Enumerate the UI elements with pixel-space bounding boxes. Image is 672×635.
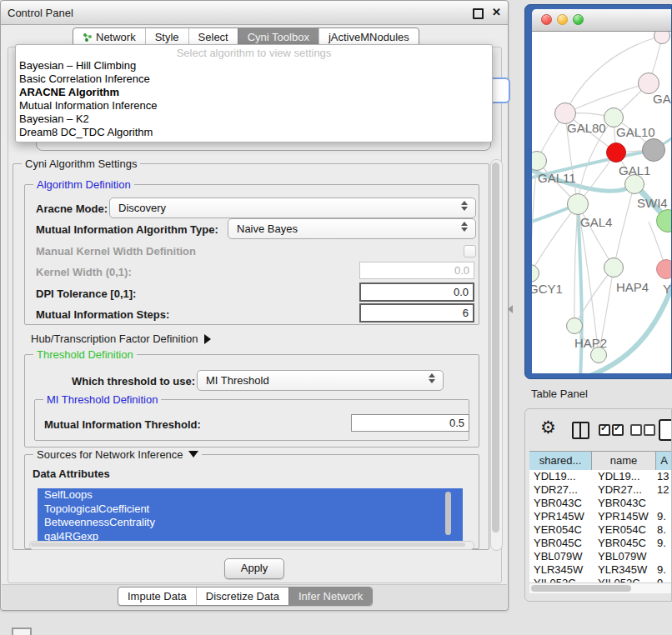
checked-checkbox-icon[interactable]: ✓ xyxy=(612,424,624,436)
apply-button[interactable]: Apply xyxy=(224,558,284,579)
which-threshold-combo[interactable]: MI Threshold xyxy=(197,370,444,391)
network-node[interactable] xyxy=(642,138,665,162)
node-label: HAP4 xyxy=(616,280,649,294)
unchecked-checkbox-icon[interactable] xyxy=(630,424,642,436)
table-cell: YBR043C xyxy=(529,497,592,510)
combo-arrows-icon xyxy=(461,222,468,232)
tab-discretize-data[interactable]: Discretize Data xyxy=(196,588,288,605)
tab-infer-network[interactable]: Infer Network xyxy=(288,588,372,605)
table-cell: YDL19... xyxy=(592,470,656,483)
network-node[interactable] xyxy=(656,259,671,279)
page-icon[interactable] xyxy=(659,419,672,441)
network-node[interactable] xyxy=(606,142,626,162)
network-window-titlebar[interactable] xyxy=(532,9,671,32)
close-window-icon[interactable]: ✕ xyxy=(492,6,501,18)
unchecked-checkbox-icon[interactable] xyxy=(644,424,655,436)
table-cell: YDL19... xyxy=(529,470,592,483)
table-cell: 13 xyxy=(656,470,672,483)
dropdown-option[interactable]: Dream8 DC_TDC Algorithm xyxy=(16,126,492,139)
dpi-tolerance-label: DPI Tolerance [0,1]: xyxy=(36,288,136,300)
aracne-mode-value: Discovery xyxy=(118,202,166,214)
data-attributes-list: SelfLoopsTopologicalCoefficientBetweenne… xyxy=(38,488,463,543)
column-header-3[interactable]: A xyxy=(656,452,672,471)
aracne-mode-combo[interactable]: Discovery xyxy=(109,198,476,218)
node-label: GAL xyxy=(653,92,671,106)
dropdown-option[interactable]: Bayesian – K2 xyxy=(16,112,492,126)
table-row[interactable]: YPR145WYPR145W9. xyxy=(529,510,672,523)
column-header-2[interactable]: name xyxy=(592,452,656,471)
dropdown-option[interactable]: Bayesian – Hill Climbing xyxy=(16,59,492,72)
tab-network[interactable]: Network xyxy=(73,28,145,46)
close-traffic-light-icon[interactable] xyxy=(541,14,552,25)
table-row[interactable]: YDR27...YDR27...12 xyxy=(529,483,672,497)
node-label: GAL10 xyxy=(616,125,655,139)
node-label: GAL11 xyxy=(538,171,576,185)
table-cell: YLR345W xyxy=(592,563,656,577)
network-node[interactable] xyxy=(567,193,589,215)
minimized-panel-icon[interactable] xyxy=(12,628,32,635)
tab-style[interactable]: Style xyxy=(145,28,188,46)
table-row[interactable]: YBR043CYBR043C xyxy=(529,497,672,510)
node-label: HAP2 xyxy=(574,336,607,350)
kernel-width-field[interactable]: 0.0 xyxy=(359,262,474,279)
attr-list-hscrollbar[interactable] xyxy=(29,541,474,550)
dropdown-option[interactable]: ARACNE Algorithm xyxy=(16,86,492,99)
hub-definition-label: Hub/Transcription Factor Definition xyxy=(31,332,198,345)
zoom-traffic-light-icon[interactable] xyxy=(573,14,584,25)
attr-list-hscrollbar-thumb[interactable] xyxy=(31,542,465,547)
kernel-width-label: Kernel Width (0,1): xyxy=(36,266,132,278)
mi-threshold-definition-title: MI Threshold Definition xyxy=(43,393,161,406)
tab-jactivemnodules[interactable]: jActiveMNodules xyxy=(318,28,419,46)
mi-threshold-field[interactable]: 0.5 xyxy=(351,414,469,432)
table-row[interactable]: YER054CYER054C8. xyxy=(529,523,672,537)
network-canvas[interactable]: GALGAL80GAL10GAL1GAL11SWI4GAL4GCY1HAP4YH… xyxy=(532,32,671,373)
network-view-window: GALGAL80GAL10GAL1GAL11SWI4GAL4GCY1HAP4YH… xyxy=(524,4,672,379)
attribute-list-item[interactable]: TopologicalCoefficient xyxy=(38,502,463,517)
column-header-1[interactable]: shared... xyxy=(529,452,592,471)
attr-list-scrollbar-thumb[interactable] xyxy=(445,492,451,535)
tab-select[interactable]: Select xyxy=(188,28,238,46)
table-row[interactable]: YLR345WYLR345W9. xyxy=(529,563,672,577)
dropdown-option[interactable]: Mutual Information Inference xyxy=(16,99,492,112)
table-row[interactable]: YIL052CYIL052C9 xyxy=(529,577,672,582)
network-node[interactable] xyxy=(566,318,583,334)
mi-type-combo[interactable]: Naive Bayes xyxy=(228,218,476,239)
table-cell: YER054C xyxy=(529,523,592,537)
table-cell: 9. xyxy=(656,563,672,577)
manual-kernel-checkbox[interactable] xyxy=(464,245,476,258)
dpi-tolerance-field[interactable]: 0.0 xyxy=(359,282,474,302)
table-row[interactable]: YBL079WYBL079W xyxy=(529,550,672,563)
float-window-icon[interactable] xyxy=(473,8,484,19)
settings-scrollbar[interactable] xyxy=(490,159,503,551)
settings-group-title: Cyni Algorithm Settings xyxy=(22,158,140,170)
table-row[interactable]: YBR045CYBR045C9. xyxy=(529,537,672,550)
minimize-traffic-light-icon[interactable] xyxy=(557,14,568,25)
settings-scrollbar-thumb[interactable] xyxy=(492,162,499,532)
table-cell: YIL052C xyxy=(529,577,592,582)
checked-checkbox-icon[interactable]: ✓ xyxy=(599,424,610,436)
table-cell: YDR27... xyxy=(529,483,592,497)
node-label: GAL80 xyxy=(567,121,606,135)
attribute-list-item[interactable]: SelfLoops xyxy=(38,488,463,502)
sources-title[interactable]: Sources for Network Inference xyxy=(33,448,202,461)
sources-title-text: Sources for Network Inference xyxy=(37,448,183,461)
attribute-list-item[interactable]: BetweennessCentrality xyxy=(38,516,463,530)
mi-threshold-label: Mutual Information Threshold: xyxy=(44,418,201,431)
table-hscrollbar[interactable] xyxy=(529,582,672,593)
node-label: GAL4 xyxy=(580,215,612,229)
network-node[interactable] xyxy=(604,258,624,278)
mi-steps-field[interactable]: 6 xyxy=(359,303,474,322)
splitter-collapse-icon[interactable] xyxy=(508,305,513,313)
table-hscrollbar-thumb[interactable] xyxy=(531,585,631,592)
manual-kernel-label: Manual Kernel Width Definition xyxy=(36,245,196,258)
hub-definition-expander[interactable]: Hub/Transcription Factor Definition xyxy=(31,332,211,345)
table-cell: YBR045C xyxy=(529,537,592,550)
tab-cyni-toolbox[interactable]: Cyni Toolbox xyxy=(238,28,318,46)
table-row[interactable]: YDL19...YDL19...13 xyxy=(529,470,672,483)
table-cell: YDR27... xyxy=(592,483,656,497)
dropdown-option[interactable]: Basic Correlation Inference xyxy=(16,72,492,86)
gear-icon[interactable]: ⚙ xyxy=(540,418,556,438)
table-cell: YIL052C xyxy=(592,577,656,582)
split-columns-icon[interactable] xyxy=(572,422,589,439)
tab-impute-data[interactable]: Impute Data xyxy=(118,588,196,605)
